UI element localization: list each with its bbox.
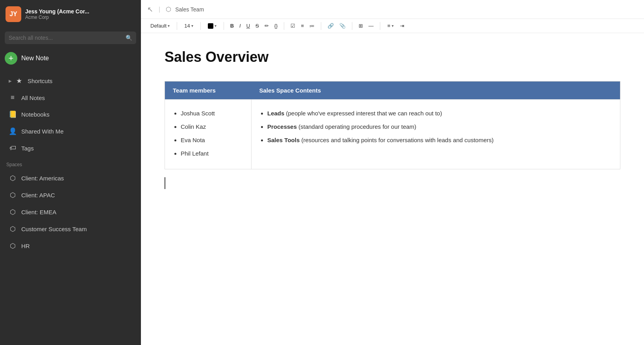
space-icon: ⬡ — [9, 242, 17, 250]
link-button[interactable]: 🔗 — [325, 21, 336, 30]
table-header-team-members: Team members — [165, 82, 252, 100]
checkbox-button[interactable]: ☑ — [288, 21, 298, 30]
sidebar-item-all-notes[interactable]: ≡ All Notes — [2, 90, 139, 106]
list-item: Phil Lefant — [181, 148, 243, 160]
list-item: Colin Kaz — [181, 121, 243, 133]
sidebar-item-label: Notebooks — [21, 111, 50, 118]
toolbar-separator — [224, 22, 224, 30]
sidebar-item-tags[interactable]: 🏷 Tags — [2, 140, 139, 156]
space-icon: ⬡ — [9, 208, 17, 216]
spaces-label: Spaces — [0, 156, 141, 170]
strikethrough-button[interactable]: S — [253, 21, 261, 30]
color-swatch — [208, 23, 213, 29]
font-family-value: Default — [150, 23, 167, 29]
avatar: JY — [6, 6, 21, 22]
sidebar-header: JY Jess Young (Acme Cor... Acme Corp — [0, 0, 141, 28]
sidebar-item-label: HR — [21, 243, 30, 249]
toolbar-separator — [380, 22, 380, 30]
sidebar-item-label: Client: EMEA — [21, 209, 56, 215]
sidebar-item-client-apac[interactable]: ⬡ Client: APAC — [2, 187, 139, 203]
sidebar-item-label: Client: Americas — [21, 175, 64, 182]
search-bar[interactable]: 🔍 — [5, 32, 136, 44]
indent-button[interactable]: ⇥ — [398, 21, 407, 30]
chevron-down-icon: ▾ — [392, 24, 394, 28]
sidebar-item-hr[interactable]: ⬡ HR — [2, 238, 139, 254]
sidebar-item-label: Client: APAC — [21, 192, 55, 198]
new-note-button[interactable]: + New Note — [5, 50, 136, 66]
align-icon: ≡ — [387, 23, 390, 29]
toolbar-separator — [352, 22, 352, 30]
chevron-down-icon: ▾ — [191, 24, 193, 28]
main-content: ↖ | ⬡ Sales Team Default ▾ 14 ▾ ▾ — [141, 0, 644, 345]
toolbar-separator — [177, 22, 177, 30]
format-group: B I U S ✏ {} — [228, 21, 280, 30]
sidebar-item-label: Tags — [21, 145, 34, 152]
note-title[interactable]: Sales Overview — [165, 49, 620, 65]
sidebar-item-client-emea[interactable]: ⬡ Client: EMEA — [2, 204, 139, 220]
color-group: ▾ — [205, 22, 220, 30]
editor-cursor-line[interactable] — [165, 177, 620, 189]
bold-button[interactable]: B — [228, 21, 236, 30]
sidebar-item-notebooks[interactable]: 📒 Notebooks — [2, 106, 139, 122]
code-button[interactable]: {} — [272, 21, 280, 30]
align-group: ≡ ▾ ⇥ — [384, 21, 407, 30]
highlight-button[interactable]: ✏ — [262, 21, 271, 30]
toolbar-separator — [284, 22, 284, 30]
font-size-dropdown[interactable]: 14 ▾ — [181, 21, 196, 30]
user-info: Jess Young (Acme Cor... Acme Corp — [25, 8, 89, 20]
chevron-down-icon: ▾ — [168, 24, 170, 28]
sidebar-item-label: Shared With Me — [21, 128, 64, 135]
sales-contents-cell: Leads (people who've expressed interest … — [252, 100, 620, 169]
font-family-dropdown[interactable]: Default ▾ — [147, 21, 173, 30]
space-icon: ⬡ — [9, 174, 17, 182]
tags-icon: 🏷 — [9, 144, 17, 152]
sidebar-item-label: Shortcuts — [28, 78, 52, 84]
sidebar-item-shared-with-me[interactable]: 👤 Shared With Me — [2, 123, 139, 139]
list-item: Leads (people who've expressed interest … — [267, 108, 612, 119]
content-table: Team members Sales Space Contents Joshua… — [165, 81, 620, 169]
toolbar: Default ▾ 14 ▾ ▾ B I U S ✏ {} — [141, 19, 644, 33]
back-icon[interactable]: ↖ — [147, 5, 153, 14]
table-button[interactable]: ⊞ — [356, 21, 365, 30]
list-item: Eva Nota — [181, 134, 243, 146]
color-dropdown[interactable]: ▾ — [205, 22, 220, 30]
table-header-sales-space: Sales Space Contents — [252, 82, 620, 100]
space-icon: ⬡ — [166, 6, 171, 13]
new-note-label: New Note — [21, 55, 49, 62]
topbar: ↖ | ⬡ Sales Team — [141, 0, 644, 19]
sidebar-item-client-americas[interactable]: ⬡ Client: Americas — [2, 170, 139, 186]
sidebar-item-label: Customer Success Team — [21, 226, 87, 232]
topbar-divider: | — [159, 6, 160, 13]
underline-button[interactable]: U — [244, 21, 252, 30]
ordered-list-button[interactable]: ≔ — [307, 21, 317, 30]
toolbar-separator — [321, 22, 321, 30]
hr-button[interactable]: — — [366, 21, 376, 30]
user-org: Acme Corp — [25, 15, 89, 20]
link-group: 🔗 📎 — [325, 21, 348, 30]
new-note-plus-icon: + — [5, 52, 17, 65]
list-item: Joshua Scott — [181, 108, 243, 119]
bullet-list-button[interactable]: ≡ — [298, 21, 306, 30]
shared-icon: 👤 — [9, 127, 17, 135]
team-members-cell: Joshua Scott Colin Kaz Eva Nota Phil Lef… — [165, 100, 252, 169]
sidebar-item-shortcuts[interactable]: ★ Shortcuts — [2, 73, 139, 89]
space-icon: ⬡ — [9, 225, 17, 233]
sidebar: JY Jess Young (Acme Cor... Acme Corp 🔍 +… — [0, 0, 141, 345]
space-icon: ⬡ — [9, 191, 17, 199]
search-input[interactable] — [9, 35, 122, 41]
list-item: Processes (standard operating procedures… — [267, 121, 612, 133]
table-row: Joshua Scott Colin Kaz Eva Nota Phil Lef… — [165, 100, 620, 169]
notebooks-icon: 📒 — [9, 110, 17, 119]
avatar-initials: JY — [9, 11, 17, 18]
attachment-button[interactable]: 📎 — [337, 21, 348, 30]
topbar-space-name: Sales Team — [175, 6, 204, 13]
italic-button[interactable]: I — [237, 21, 243, 30]
editor-area[interactable]: Sales Overview Team members Sales Space … — [141, 33, 644, 345]
font-size-value: 14 — [184, 23, 190, 29]
font-size-group: 14 ▾ — [181, 21, 196, 30]
align-dropdown[interactable]: ≡ ▾ — [384, 21, 397, 30]
sidebar-item-customer-success[interactable]: ⬡ Customer Success Team — [2, 221, 139, 237]
sidebar-item-label: All Notes — [21, 95, 45, 101]
table-group: ⊞ — — [356, 21, 376, 30]
font-family-group: Default ▾ — [147, 21, 173, 30]
